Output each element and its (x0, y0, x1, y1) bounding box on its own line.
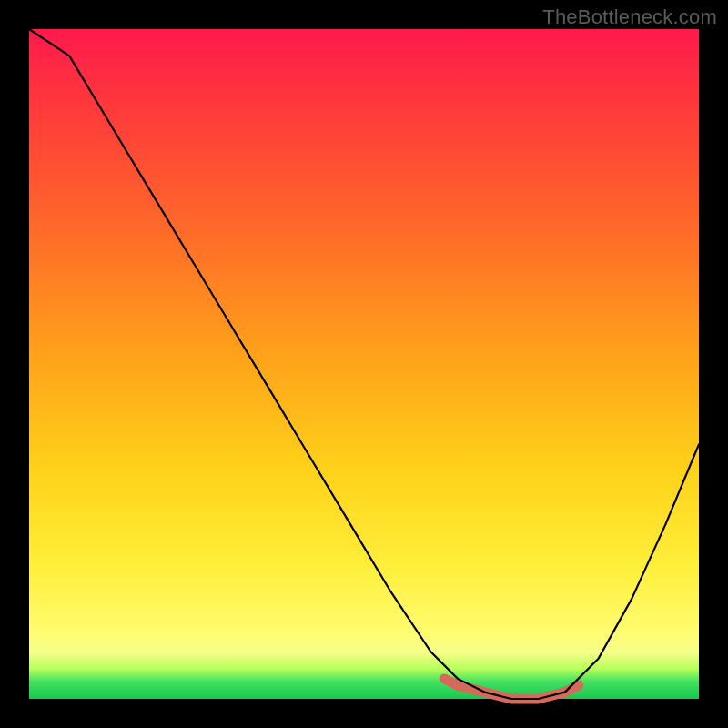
chart-frame: TheBottleneck.com (0, 0, 728, 728)
watermark-text: TheBottleneck.com (542, 5, 717, 29)
bottleneck-curve (29, 29, 699, 699)
chart-plot-area (29, 29, 699, 699)
chart-svg (29, 29, 699, 699)
